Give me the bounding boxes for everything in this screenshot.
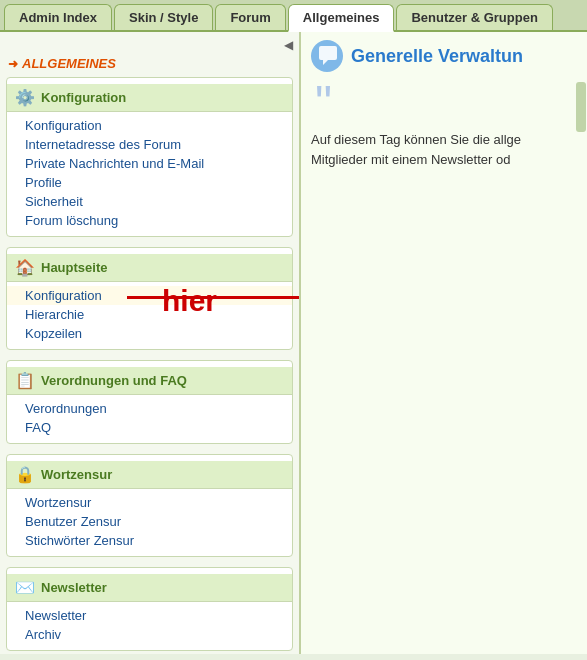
wortzensur-icon: 🔒 (15, 465, 35, 484)
link-verordnungen-faq[interactable]: FAQ (7, 418, 292, 437)
quote-decoration: " (315, 84, 577, 122)
link-newsletter-archiv[interactable]: Archiv (7, 625, 292, 644)
link-konfiguration-nachrichten[interactable]: Private Nachrichten und E-Mail (7, 154, 292, 173)
section-hauptseite-title: 🏠 Hauptseite (7, 254, 292, 282)
newsletter-icon: ✉️ (15, 578, 35, 597)
tab-admin-index[interactable]: Admin Index (4, 4, 112, 30)
link-hauptseite-hierarchie[interactable]: Hierarchie (7, 305, 292, 324)
link-verordnungen-verordnungen[interactable]: Verordnungen (7, 399, 292, 418)
sidebar: ◀ ➜ ALLGEMEINES ⚙️ Konfiguration Konfigu… (0, 32, 300, 654)
section-newsletter: ✉️ Newsletter Newsletter Archiv (6, 567, 293, 651)
allgemeines-label: ALLGEMEINES (22, 56, 116, 71)
section-konfiguration-title: ⚙️ Konfiguration (7, 84, 292, 112)
link-konfiguration-internetadresse[interactable]: Internetadresse des Forum (7, 135, 292, 154)
scroll-indicator[interactable] (576, 82, 586, 132)
hauptseite-konfiguration-row: Konfiguration hier (7, 286, 292, 305)
link-konfiguration-sicherheit[interactable]: Sicherheit (7, 192, 292, 211)
content-icon (311, 40, 343, 72)
link-hauptseite-konfiguration[interactable]: Konfiguration (7, 286, 292, 305)
link-konfiguration-konfiguration[interactable]: Konfiguration (7, 116, 292, 135)
link-konfiguration-profile[interactable]: Profile (7, 173, 292, 192)
tab-forum[interactable]: Forum (215, 4, 285, 30)
section-verordnungen: 📋 Verordnungen und FAQ Verordnungen FAQ (6, 360, 293, 444)
section-hauptseite: 🏠 Hauptseite Konfiguration hier Hierarch… (6, 247, 293, 350)
wortzensur-label: Wortzensur (41, 467, 112, 482)
speech-bubble-icon (316, 45, 338, 67)
konfiguration-icon: ⚙️ (15, 88, 35, 107)
link-newsletter-newsletter[interactable]: Newsletter (7, 606, 292, 625)
main-area: ◀ ➜ ALLGEMEINES ⚙️ Konfiguration Konfigu… (0, 32, 587, 654)
content-title: Generelle Verwaltun (351, 46, 523, 67)
content-body: Auf diesem Tag können Sie die allge Mitg… (311, 130, 577, 169)
section-wortzensur: 🔒 Wortzensur Wortzensur Benutzer Zensur … (6, 454, 293, 557)
section-verordnungen-title: 📋 Verordnungen und FAQ (7, 367, 292, 395)
link-wortzensur-benutzer[interactable]: Benutzer Zensur (7, 512, 292, 531)
content-area: Generelle Verwaltun " Auf diesem Tag kön… (300, 32, 587, 654)
allgemeines-arrow: ➜ (8, 57, 18, 71)
hauptseite-label: Hauptseite (41, 260, 107, 275)
tab-bar: Admin Index Skin / Style Forum Allgemein… (0, 0, 587, 32)
section-konfiguration: ⚙️ Konfiguration Konfiguration Interneta… (6, 77, 293, 237)
newsletter-label: Newsletter (41, 580, 107, 595)
verordnungen-label: Verordnungen und FAQ (41, 373, 187, 388)
tab-benutzer-gruppen[interactable]: Benutzer & Gruppen (396, 4, 552, 30)
allgemeines-header: ➜ ALLGEMEINES (0, 54, 299, 71)
section-newsletter-title: ✉️ Newsletter (7, 574, 292, 602)
content-header: Generelle Verwaltun (311, 40, 577, 72)
konfiguration-label: Konfiguration (41, 90, 126, 105)
section-wortzensur-title: 🔒 Wortzensur (7, 461, 292, 489)
link-hauptseite-kopzeilen[interactable]: Kopzeilen (7, 324, 292, 343)
link-wortzensur-stichwoerter[interactable]: Stichwörter Zensur (7, 531, 292, 550)
verordnungen-icon: 📋 (15, 371, 35, 390)
link-wortzensur-wortzensur[interactable]: Wortzensur (7, 493, 292, 512)
collapse-arrow[interactable]: ◀ (0, 36, 299, 54)
tab-skin-style[interactable]: Skin / Style (114, 4, 213, 30)
link-konfiguration-forumloschung[interactable]: Forum löschung (7, 211, 292, 230)
tab-allgemeines[interactable]: Allgemeines (288, 4, 395, 32)
hauptseite-icon: 🏠 (15, 258, 35, 277)
